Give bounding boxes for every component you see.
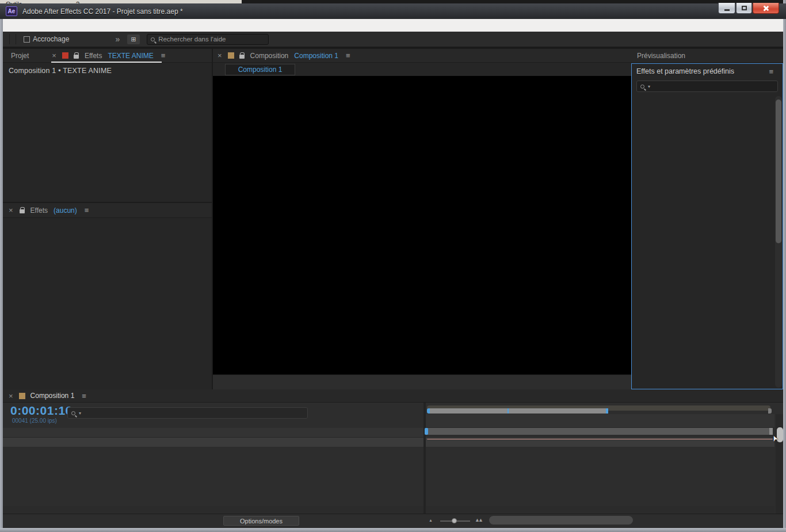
- panel-menu-icon[interactable]: ≡: [85, 206, 89, 215]
- time-ruler[interactable]: [426, 414, 774, 428]
- maximize-icon: [742, 6, 747, 10]
- timeline-column-header: [3, 428, 423, 438]
- panel-menu-icon[interactable]: ≡: [82, 392, 86, 400]
- navigator-start-handle[interactable]: [427, 408, 430, 414]
- presets-search-field[interactable]: ▾: [636, 81, 778, 92]
- close-tab-icon[interactable]: ×: [9, 392, 13, 400]
- background-help-menu: ?: [76, 1, 79, 3]
- work-area-end-handle[interactable]: [769, 428, 773, 435]
- project-panel-tabs: Projet × Effets TEXTE ANIME ≡: [3, 49, 212, 63]
- timeline-footer: Options/modes ▲ ▲▲: [3, 514, 783, 528]
- tool-bar: Accrochage » ⊞: [3, 32, 783, 48]
- preview-panel-header: Prévisualisation: [631, 49, 783, 63]
- window-frame: [0, 528, 786, 532]
- close-tab-icon[interactable]: ×: [52, 51, 56, 60]
- effect-controls-info: Composition 1 • TEXTE ANIME: [3, 63, 212, 75]
- timeline-zoom-knob[interactable]: [452, 518, 457, 523]
- snap-checkbox[interactable]: [24, 36, 30, 43]
- effects-panel-header: × Effets (aucun) ≡: [3, 203, 212, 218]
- close-tab-icon[interactable]: ×: [9, 206, 13, 215]
- lock-icon: [20, 209, 25, 213]
- window-frame: [0, 0, 3, 532]
- work-area-bar[interactable]: [426, 428, 773, 435]
- search-icon: [151, 37, 155, 41]
- background-window-menubar: Outils ?: [0, 0, 242, 3]
- timeline-tabs: × Composition 1 ≡: [3, 389, 783, 403]
- composition-viewer-tab[interactable]: Composition 1: [225, 64, 295, 75]
- work-area-start-handle[interactable]: [425, 428, 428, 435]
- workspace-overflow-icon[interactable]: »: [115, 35, 119, 44]
- layer-color-swatch: [62, 52, 68, 59]
- window-title: Adobe After Effects CC 2017 - Projet san…: [22, 7, 183, 16]
- after-effects-window: Outils ? Ae Adobe After Effects CC 2017 …: [0, 0, 786, 532]
- preview-panel: Prévisualisation: [631, 49, 783, 63]
- minimize-button[interactable]: [718, 3, 735, 14]
- timeline-search-field[interactable]: ▾: [67, 407, 308, 419]
- navigator-view-region[interactable]: [429, 408, 606, 414]
- navigator-end-handle[interactable]: [606, 408, 608, 414]
- viewer-subtabs: Composition 1: [213, 63, 631, 76]
- project-panel: Projet × Effets TEXTE ANIME ≡ Compositio…: [3, 49, 212, 202]
- comp-color-swatch: [228, 52, 234, 59]
- tab-project[interactable]: Projet: [11, 52, 29, 60]
- tab-effect-controls[interactable]: Effets: [85, 52, 102, 60]
- tab-effect-controls-target[interactable]: TEXTE ANIME: [108, 52, 153, 60]
- tab-composition[interactable]: Composition: [250, 52, 289, 60]
- close-tab-icon[interactable]: ×: [218, 51, 222, 60]
- timeline-toolzone: 0:00:01:16 00041 (25.00 ips) ▾: [3, 403, 423, 428]
- effects-panel-value: (aucun): [54, 206, 77, 215]
- navigator-playhead-tick: [508, 408, 509, 414]
- timeline-navigator: [426, 403, 774, 428]
- toolbar-separator: [16, 34, 16, 44]
- current-time-display[interactable]: 0:00:01:16: [10, 404, 73, 418]
- effects-presets-panel: Effets et paramètres prédéfinis ≡ ▾: [631, 63, 783, 389]
- snap-label: Accrochage: [33, 35, 69, 43]
- search-icon: [640, 85, 644, 89]
- preview-panel-title[interactable]: Prévisualisation: [637, 52, 685, 60]
- composition-panel: × Composition Composition 1 ≡ Compositio…: [213, 49, 631, 389]
- effects-presets-header: Effets et paramètres prédéfinis ≡: [632, 64, 783, 79]
- timeline-navigator-track[interactable]: [427, 405, 770, 411]
- presets-tree: [632, 97, 783, 389]
- layer-duration-bar[interactable]: [427, 439, 773, 446]
- effects-panel-title: Effets: [30, 206, 48, 215]
- timeline-panel: × Composition 1 ≡ 0:00:01:16 00041 (25.0…: [3, 389, 783, 528]
- menu-bar: [3, 19, 783, 32]
- chevron-down-icon: ▾: [648, 84, 650, 89]
- frame-info: 00041 (25.00 ips): [12, 418, 57, 424]
- title-bar: Ae Adobe After Effects CC 2017 - Projet …: [0, 3, 786, 19]
- workspace-settings-icon[interactable]: ⊞: [127, 35, 140, 44]
- close-icon: [763, 5, 769, 11]
- composition-panel-tabs: × Composition Composition 1 ≡: [213, 49, 631, 63]
- tab-composition-target[interactable]: Composition 1: [294, 52, 338, 60]
- comp-color-swatch: [19, 393, 25, 399]
- lock-icon: [74, 55, 79, 59]
- timeline-tab-label[interactable]: Composition 1: [30, 392, 75, 400]
- navigator-cap: [768, 408, 772, 414]
- timeline-empty-area: [3, 506, 774, 514]
- timeline-horizontal-scrollbar[interactable]: [489, 516, 633, 525]
- maximize-button[interactable]: [736, 3, 752, 14]
- search-icon: [71, 411, 75, 415]
- presets-scrollbar[interactable]: [775, 96, 782, 388]
- panel-menu-icon[interactable]: ≡: [346, 51, 350, 60]
- timeline-zoom-out-icon[interactable]: ▲: [429, 518, 433, 522]
- active-tab-underline: [51, 62, 162, 63]
- window-frame: [783, 0, 786, 532]
- minimize-icon: [724, 9, 730, 11]
- toolbar-separator: [9, 34, 10, 44]
- close-button[interactable]: [753, 3, 779, 14]
- effects-presets-title: Effets et paramètres prédéfinis: [636, 67, 734, 75]
- composition-viewport[interactable]: [213, 76, 631, 374]
- unlock-icon: [239, 55, 245, 59]
- presets-scrollbar-thumb[interactable]: [776, 99, 781, 243]
- app-logo-icon: Ae: [6, 6, 17, 16]
- effects-panel: × Effets (aucun) ≡: [3, 203, 212, 389]
- chevron-down-icon: ▾: [79, 411, 81, 416]
- help-search-input[interactable]: [158, 36, 265, 43]
- timeline-zoom-in-icon[interactable]: ▲▲: [475, 517, 482, 523]
- panel-menu-icon[interactable]: ≡: [161, 51, 166, 60]
- options-modes-button[interactable]: Options/modes: [223, 516, 299, 526]
- help-search-field[interactable]: [147, 34, 269, 45]
- panel-menu-icon[interactable]: ≡: [769, 67, 773, 76]
